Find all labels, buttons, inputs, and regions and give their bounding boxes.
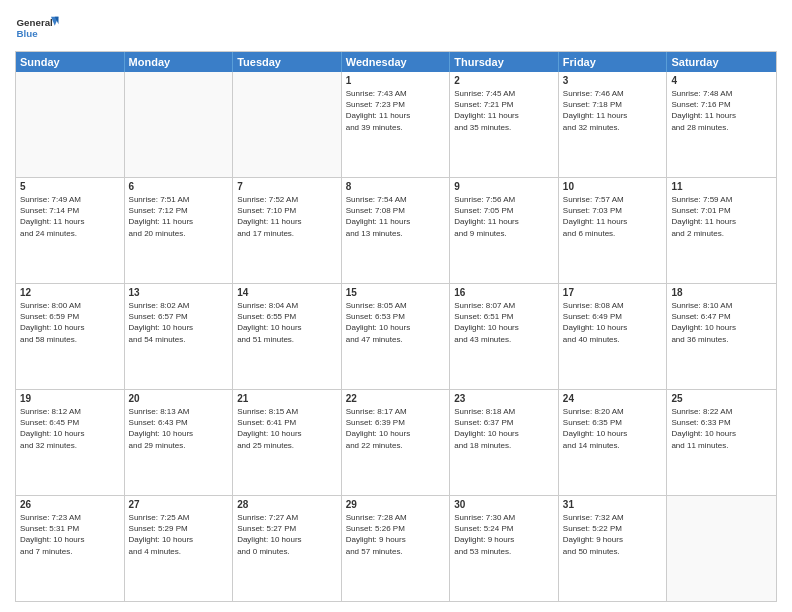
svg-text:Blue: Blue: [17, 28, 39, 39]
day-cell-13: 13Sunrise: 8:02 AM Sunset: 6:57 PM Dayli…: [125, 284, 234, 389]
day-info: Sunrise: 8:10 AM Sunset: 6:47 PM Dayligh…: [671, 300, 772, 345]
day-info: Sunrise: 8:00 AM Sunset: 6:59 PM Dayligh…: [20, 300, 120, 345]
day-info: Sunrise: 7:51 AM Sunset: 7:12 PM Dayligh…: [129, 194, 229, 239]
day-cell-31: 31Sunrise: 7:32 AM Sunset: 5:22 PM Dayli…: [559, 496, 668, 601]
day-info: Sunrise: 8:13 AM Sunset: 6:43 PM Dayligh…: [129, 406, 229, 451]
day-number: 5: [20, 181, 120, 192]
day-cell-22: 22Sunrise: 8:17 AM Sunset: 6:39 PM Dayli…: [342, 390, 451, 495]
day-info: Sunrise: 7:28 AM Sunset: 5:26 PM Dayligh…: [346, 512, 446, 557]
day-info: Sunrise: 8:05 AM Sunset: 6:53 PM Dayligh…: [346, 300, 446, 345]
day-cell-4: 4Sunrise: 7:48 AM Sunset: 7:16 PM Daylig…: [667, 72, 776, 177]
day-number: 18: [671, 287, 772, 298]
calendar-row-2: 12Sunrise: 8:00 AM Sunset: 6:59 PM Dayli…: [16, 283, 776, 389]
day-cell-2: 2Sunrise: 7:45 AM Sunset: 7:21 PM Daylig…: [450, 72, 559, 177]
day-cell-26: 26Sunrise: 7:23 AM Sunset: 5:31 PM Dayli…: [16, 496, 125, 601]
weekday-header-monday: Monday: [125, 52, 234, 72]
day-cell-10: 10Sunrise: 7:57 AM Sunset: 7:03 PM Dayli…: [559, 178, 668, 283]
day-number: 27: [129, 499, 229, 510]
calendar-header: SundayMondayTuesdayWednesdayThursdayFrid…: [16, 52, 776, 72]
day-info: Sunrise: 7:52 AM Sunset: 7:10 PM Dayligh…: [237, 194, 337, 239]
day-info: Sunrise: 8:15 AM Sunset: 6:41 PM Dayligh…: [237, 406, 337, 451]
calendar: SundayMondayTuesdayWednesdayThursdayFrid…: [15, 51, 777, 602]
day-info: Sunrise: 7:46 AM Sunset: 7:18 PM Dayligh…: [563, 88, 663, 133]
day-number: 26: [20, 499, 120, 510]
day-info: Sunrise: 7:25 AM Sunset: 5:29 PM Dayligh…: [129, 512, 229, 557]
day-cell-3: 3Sunrise: 7:46 AM Sunset: 7:18 PM Daylig…: [559, 72, 668, 177]
day-cell-21: 21Sunrise: 8:15 AM Sunset: 6:41 PM Dayli…: [233, 390, 342, 495]
day-info: Sunrise: 7:59 AM Sunset: 7:01 PM Dayligh…: [671, 194, 772, 239]
day-number: 1: [346, 75, 446, 86]
day-info: Sunrise: 7:48 AM Sunset: 7:16 PM Dayligh…: [671, 88, 772, 133]
day-cell-27: 27Sunrise: 7:25 AM Sunset: 5:29 PM Dayli…: [125, 496, 234, 601]
calendar-body: 1Sunrise: 7:43 AM Sunset: 7:23 PM Daylig…: [16, 72, 776, 601]
day-cell-28: 28Sunrise: 7:27 AM Sunset: 5:27 PM Dayli…: [233, 496, 342, 601]
day-info: Sunrise: 8:17 AM Sunset: 6:39 PM Dayligh…: [346, 406, 446, 451]
day-number: 28: [237, 499, 337, 510]
calendar-row-4: 26Sunrise: 7:23 AM Sunset: 5:31 PM Dayli…: [16, 495, 776, 601]
svg-text:General: General: [17, 17, 54, 28]
day-number: 25: [671, 393, 772, 404]
day-cell-17: 17Sunrise: 8:08 AM Sunset: 6:49 PM Dayli…: [559, 284, 668, 389]
day-cell-6: 6Sunrise: 7:51 AM Sunset: 7:12 PM Daylig…: [125, 178, 234, 283]
weekday-header-friday: Friday: [559, 52, 668, 72]
day-info: Sunrise: 8:22 AM Sunset: 6:33 PM Dayligh…: [671, 406, 772, 451]
day-number: 13: [129, 287, 229, 298]
day-number: 3: [563, 75, 663, 86]
day-cell-14: 14Sunrise: 8:04 AM Sunset: 6:55 PM Dayli…: [233, 284, 342, 389]
calendar-row-1: 5Sunrise: 7:49 AM Sunset: 7:14 PM Daylig…: [16, 177, 776, 283]
day-info: Sunrise: 7:32 AM Sunset: 5:22 PM Dayligh…: [563, 512, 663, 557]
empty-cell: [16, 72, 125, 177]
calendar-row-0: 1Sunrise: 7:43 AM Sunset: 7:23 PM Daylig…: [16, 72, 776, 177]
day-info: Sunrise: 7:57 AM Sunset: 7:03 PM Dayligh…: [563, 194, 663, 239]
day-number: 10: [563, 181, 663, 192]
day-cell-11: 11Sunrise: 7:59 AM Sunset: 7:01 PM Dayli…: [667, 178, 776, 283]
day-number: 21: [237, 393, 337, 404]
day-info: Sunrise: 8:08 AM Sunset: 6:49 PM Dayligh…: [563, 300, 663, 345]
day-info: Sunrise: 7:30 AM Sunset: 5:24 PM Dayligh…: [454, 512, 554, 557]
day-number: 24: [563, 393, 663, 404]
day-number: 6: [129, 181, 229, 192]
day-cell-7: 7Sunrise: 7:52 AM Sunset: 7:10 PM Daylig…: [233, 178, 342, 283]
day-info: Sunrise: 7:43 AM Sunset: 7:23 PM Dayligh…: [346, 88, 446, 133]
day-cell-30: 30Sunrise: 7:30 AM Sunset: 5:24 PM Dayli…: [450, 496, 559, 601]
page: General Blue SundayMondayTuesdayWednesda…: [0, 0, 792, 612]
day-cell-23: 23Sunrise: 8:18 AM Sunset: 6:37 PM Dayli…: [450, 390, 559, 495]
day-info: Sunrise: 8:02 AM Sunset: 6:57 PM Dayligh…: [129, 300, 229, 345]
day-info: Sunrise: 8:04 AM Sunset: 6:55 PM Dayligh…: [237, 300, 337, 345]
day-cell-1: 1Sunrise: 7:43 AM Sunset: 7:23 PM Daylig…: [342, 72, 451, 177]
day-number: 29: [346, 499, 446, 510]
day-number: 7: [237, 181, 337, 192]
day-info: Sunrise: 8:07 AM Sunset: 6:51 PM Dayligh…: [454, 300, 554, 345]
weekday-header-wednesday: Wednesday: [342, 52, 451, 72]
empty-cell: [233, 72, 342, 177]
day-info: Sunrise: 7:54 AM Sunset: 7:08 PM Dayligh…: [346, 194, 446, 239]
day-info: Sunrise: 7:23 AM Sunset: 5:31 PM Dayligh…: [20, 512, 120, 557]
day-cell-24: 24Sunrise: 8:20 AM Sunset: 6:35 PM Dayli…: [559, 390, 668, 495]
header: General Blue: [15, 10, 777, 45]
day-info: Sunrise: 7:49 AM Sunset: 7:14 PM Dayligh…: [20, 194, 120, 239]
weekday-header-thursday: Thursday: [450, 52, 559, 72]
day-cell-12: 12Sunrise: 8:00 AM Sunset: 6:59 PM Dayli…: [16, 284, 125, 389]
day-number: 12: [20, 287, 120, 298]
empty-cell: [125, 72, 234, 177]
day-number: 22: [346, 393, 446, 404]
day-cell-19: 19Sunrise: 8:12 AM Sunset: 6:45 PM Dayli…: [16, 390, 125, 495]
day-cell-9: 9Sunrise: 7:56 AM Sunset: 7:05 PM Daylig…: [450, 178, 559, 283]
weekday-header-sunday: Sunday: [16, 52, 125, 72]
day-number: 11: [671, 181, 772, 192]
day-number: 8: [346, 181, 446, 192]
day-cell-15: 15Sunrise: 8:05 AM Sunset: 6:53 PM Dayli…: [342, 284, 451, 389]
weekday-header-tuesday: Tuesday: [233, 52, 342, 72]
day-number: 2: [454, 75, 554, 86]
day-number: 14: [237, 287, 337, 298]
day-cell-20: 20Sunrise: 8:13 AM Sunset: 6:43 PM Dayli…: [125, 390, 234, 495]
day-number: 23: [454, 393, 554, 404]
day-number: 19: [20, 393, 120, 404]
day-number: 15: [346, 287, 446, 298]
day-number: 16: [454, 287, 554, 298]
logo: General Blue: [15, 10, 60, 45]
day-number: 30: [454, 499, 554, 510]
day-info: Sunrise: 8:20 AM Sunset: 6:35 PM Dayligh…: [563, 406, 663, 451]
day-number: 9: [454, 181, 554, 192]
day-info: Sunrise: 7:45 AM Sunset: 7:21 PM Dayligh…: [454, 88, 554, 133]
